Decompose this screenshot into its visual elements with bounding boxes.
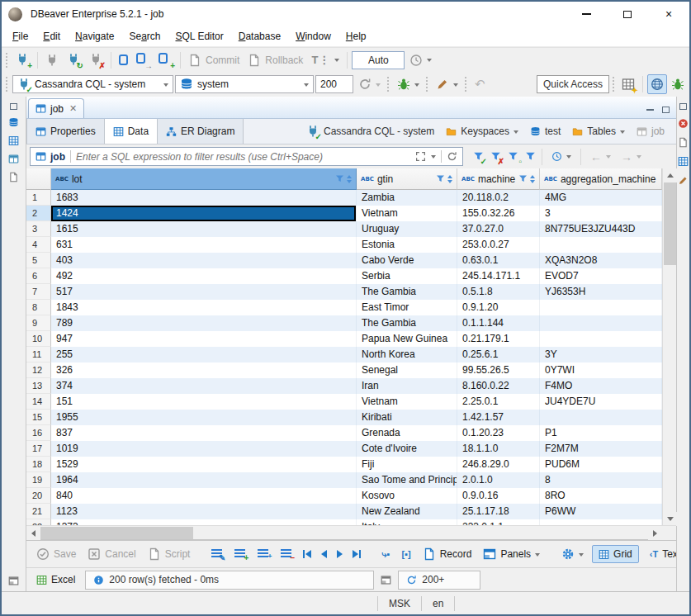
disconnect-button[interactable]: ✗ — [86, 50, 106, 69]
grid-cell[interactable]: Cote d'Ivoire — [357, 441, 457, 457]
grid-cell[interactable]: The Gambia — [357, 284, 457, 300]
error-log-button[interactable] — [678, 118, 689, 129]
grid-cell[interactable]: 789 — [51, 315, 357, 331]
duplicate-row-button[interactable]: ⁺ — [254, 547, 272, 562]
row-number[interactable]: 8 — [26, 300, 51, 315]
close-button[interactable]: × — [648, 2, 689, 26]
grid-cell[interactable]: JU4YDE7U — [540, 394, 662, 410]
calc-panel-button[interactable] — [381, 575, 391, 585]
custom-filter-button[interactable] — [525, 151, 536, 162]
grid-cell[interactable]: 8RO — [540, 488, 662, 504]
scroll-left-button[interactable] — [26, 526, 40, 540]
breadcrumb-test[interactable]: test — [530, 126, 561, 137]
grid-cell[interactable]: 1955 — [51, 410, 357, 425]
grid-cell[interactable]: 517 — [51, 284, 357, 300]
commit-button[interactable]: Commit — [185, 51, 243, 69]
tab-data[interactable]: Data — [105, 119, 158, 144]
grid-cell[interactable]: EVOD7 — [540, 268, 662, 284]
grid-cell[interactable]: 326 — [51, 362, 357, 378]
grid-cell[interactable]: 403 — [51, 253, 357, 268]
grid-cell[interactable]: 1843 — [51, 300, 357, 315]
grid-cell[interactable]: Vietnam — [357, 394, 457, 410]
autosize-columns-button[interactable]: [▪] — [398, 547, 414, 562]
transaction-log-button[interactable] — [406, 51, 435, 69]
minimize-button[interactable] — [566, 2, 607, 26]
grid-cell[interactable]: 837 — [51, 425, 357, 441]
value-viewer-button[interactable] — [678, 175, 689, 186]
grid-cell[interactable]: Papua New Guinea — [357, 331, 457, 347]
save-button[interactable]: Save — [33, 545, 79, 563]
locale-indicator[interactable]: en — [421, 596, 454, 611]
row-number[interactable]: 15 — [26, 410, 51, 425]
rollback-button[interactable]: Rollback — [244, 51, 306, 69]
tab-properties[interactable]: Properties — [26, 119, 105, 144]
row-number[interactable]: 10 — [26, 331, 51, 347]
grid-cell[interactable]: 0.63.0.1 — [457, 253, 540, 268]
menu-help[interactable]: Help — [338, 28, 374, 45]
last-row-button[interactable] — [350, 548, 363, 560]
grid-cell[interactable]: Senegal — [357, 362, 457, 378]
grid-cell[interactable]: 374 — [51, 378, 357, 394]
refresh-icon[interactable] — [447, 151, 457, 162]
grid-cell[interactable]: 4MG — [540, 190, 662, 206]
grid-cell[interactable]: 3Y — [540, 347, 662, 362]
chevron-down-icon[interactable] — [431, 155, 436, 161]
scrollbar-thumb[interactable] — [664, 182, 676, 265]
grid-cell[interactable]: Zambia — [357, 190, 457, 206]
maximize-view-icon[interactable] — [662, 107, 670, 113]
row-number[interactable]: 2 — [26, 206, 51, 221]
grid-cell[interactable]: 245.14.171.1 — [457, 268, 540, 284]
row-number[interactable]: 11 — [26, 347, 51, 362]
database-navigator-button[interactable] — [8, 117, 19, 128]
cancel-button[interactable]: Cancel — [84, 545, 139, 563]
row-number[interactable]: 3 — [26, 221, 51, 237]
grid-cell[interactable] — [540, 237, 662, 253]
project-explorer-button[interactable] — [8, 154, 19, 164]
row-number[interactable]: 19 — [26, 472, 51, 488]
connection-combo[interactable]: ✓ Cassandra CQL - system — [12, 75, 173, 93]
sql-editor-button[interactable] — [116, 52, 131, 68]
grid-cell[interactable] — [540, 315, 662, 331]
row-number[interactable]: 4 — [26, 237, 51, 253]
grid-cell[interactable]: Vietnam — [357, 206, 457, 221]
column-header-gtin[interactable]: ABCgtin — [357, 168, 457, 190]
row-number[interactable]: 16 — [26, 425, 51, 441]
grid-cell[interactable]: YJ6353H — [540, 284, 662, 300]
save-filter-button[interactable]: ▫ — [508, 151, 519, 163]
row-number[interactable]: 1 — [26, 190, 51, 206]
breadcrumb-keyspaces[interactable]: Keyspaces — [446, 126, 518, 137]
first-row-button[interactable] — [301, 548, 314, 560]
quick-access-box[interactable]: Quick Access — [537, 75, 609, 93]
row-number[interactable]: 20 — [26, 488, 51, 504]
remove-filter-button[interactable]: ✗ — [490, 151, 502, 163]
grid-cell[interactable]: XQA3N2O8 — [540, 253, 662, 268]
restore-views-button[interactable] — [10, 103, 17, 110]
editor-tab-job[interactable]: job ✕ — [28, 98, 84, 118]
column-header-aggregation_machine[interactable]: ABCaggregation_machine — [540, 168, 662, 190]
record-mode-button[interactable]: Record — [419, 545, 476, 563]
open-sql-script-button[interactable]: → — [133, 50, 154, 69]
grid-cell[interactable]: 0.1.1.144 — [457, 315, 540, 331]
grid-cell[interactable] — [540, 300, 662, 315]
new-sql-editor-button[interactable]: + — [155, 50, 176, 69]
grid-cell[interactable]: 3 — [540, 206, 662, 221]
grid-cell[interactable]: 1123 — [51, 504, 357, 519]
grid-cell[interactable]: East Timor — [357, 300, 457, 315]
settings-button[interactable] — [558, 545, 587, 563]
row-number[interactable]: 6 — [26, 268, 51, 284]
maximize-button[interactable] — [607, 2, 648, 26]
edit-cell-button[interactable]: ✎ — [208, 547, 226, 562]
timezone-indicator[interactable]: MSK — [377, 596, 421, 611]
outline-button[interactable] — [8, 172, 19, 182]
grid-cell[interactable]: 0.25.6.1 — [457, 347, 540, 362]
grid-cell[interactable]: 8 — [540, 472, 662, 488]
breadcrumb-cassandra-cql-system[interactable]: ✓Cassandra CQL - system — [306, 125, 434, 138]
fetch-size-button[interactable] — [355, 75, 384, 93]
grid-cell[interactable]: 8N775UE3JZU443D — [540, 221, 662, 237]
grid-cell[interactable]: 0.9.1.20 — [457, 300, 540, 315]
debug-button[interactable] — [394, 75, 423, 93]
grid-cell[interactable]: The Gambia — [357, 315, 457, 331]
grid-cell[interactable]: 18.1.1.0 — [457, 441, 540, 457]
menu-sql-editor[interactable]: SQL Editor — [168, 28, 230, 45]
format-button[interactable] — [433, 75, 461, 93]
